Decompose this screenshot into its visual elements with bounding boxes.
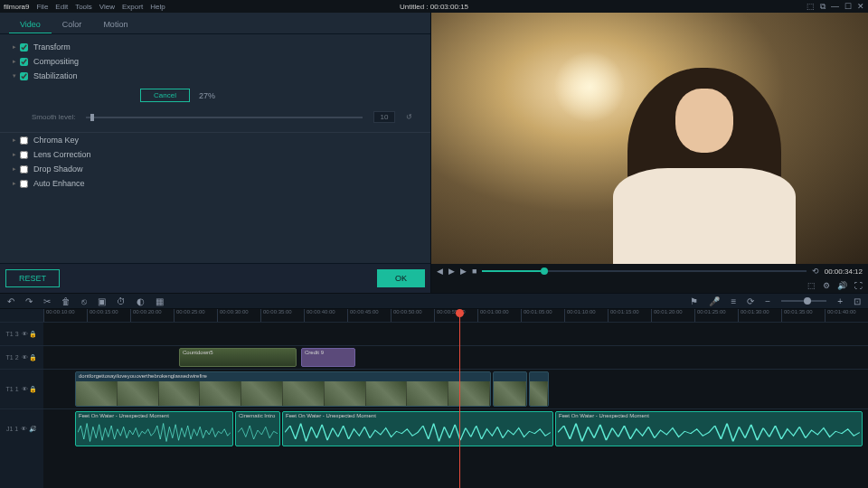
app-logo: filmora9 [4,3,29,11]
green-screen-icon[interactable]: ▦ [156,296,164,306]
prop-chroma-key[interactable]: ▸Chroma Key [0,133,430,147]
stabilization-label: Stabilization [33,71,78,80]
clip-audio-3[interactable]: Feet On Water - Unexpected Moment [282,411,553,446]
minimize-icon[interactable]: — [831,2,839,12]
timeline: T1 3 👁 🔒 T1 2 👁 🔒 T1 1 👁 🔒 J1 1 👁 🔊 00:0… [0,309,868,488]
document-title: Untitled : 00:03:00:15 [400,3,468,11]
chroma-checkbox[interactable] [20,136,28,145]
clip-credit[interactable]: Credit 9 [301,348,355,367]
stabilization-progress: 27% [199,91,215,100]
prop-drop-shadow[interactable]: ▸Drop Shadow [0,162,430,176]
zoom-out-icon[interactable]: − [765,296,770,306]
redo-icon[interactable]: ↷ [25,296,33,306]
transform-checkbox[interactable] [20,43,28,52]
shadow-label: Drop Shadow [33,164,83,174]
snapshot-icon[interactable]: ⬚ [807,281,816,290]
track-head-t2[interactable]: T1 2 👁 🔒 [0,345,43,369]
cancel-button[interactable]: Cancel [140,89,190,102]
track-a1[interactable]: Feet On Water - Unexpected Moment Cinema… [43,408,868,448]
chroma-label: Chroma Key [33,136,79,145]
transform-label: Transform [33,42,71,52]
prop-compositing[interactable]: ▸Compositing [0,54,430,69]
track-head-a1[interactable]: J1 1 👁 🔊 [0,408,43,448]
smooth-label: Smooth level: [32,113,75,121]
cut-icon[interactable]: ✂ [43,296,51,306]
preview-panel: ◀ ▶ ▶ ■ ⟲ 00:00:34:12 ⬚ ⚙ 🔊 ⛶ [431,13,868,293]
properties-panel: Video Color Motion ▸Transform ▸Compositi… [0,13,431,293]
zoom-slider[interactable] [781,300,826,302]
restore-icon[interactable]: ⧉ [820,2,826,12]
menu-tools[interactable]: Tools [75,3,92,11]
tab-motion[interactable]: Motion [92,16,138,33]
track-head-t3[interactable]: T1 3 👁 🔒 [0,322,43,345]
clip-countdown[interactable]: Countdown5 [179,348,297,367]
lens-checkbox[interactable] [20,151,28,159]
clip-main-video[interactable]: dontforgettosayiloveyouoverthebrokenglas… [75,371,491,407]
smooth-reset-icon[interactable]: ↺ [406,113,412,121]
clip-video-2[interactable] [493,371,527,407]
stabilization-checkbox[interactable] [20,72,28,80]
mixer-icon[interactable]: ≡ [731,296,736,306]
reset-button[interactable]: RESET [5,269,60,287]
play-icon[interactable]: ▶ [448,267,455,276]
playhead[interactable] [459,309,460,488]
compositing-label: Compositing [33,57,79,66]
maximize-icon[interactable]: ☐ [844,2,852,12]
next-frame-icon[interactable]: ▶ [460,267,467,276]
tab-color[interactable]: Color [52,16,93,33]
color-icon[interactable]: ◐ [137,296,145,306]
stop-icon[interactable]: ■ [472,267,476,276]
track-head-t1[interactable]: T1 1 👁 🔒 [0,369,43,408]
track-t2[interactable]: Countdown5 Credit 9 [43,345,868,369]
progress-bar[interactable] [482,270,806,272]
clip-audio-2[interactable]: Cinematic Intro [235,411,280,446]
video-preview[interactable] [431,13,868,264]
delete-icon[interactable]: 🗑 [61,296,71,306]
shadow-checkbox[interactable] [20,165,28,174]
menu-help[interactable]: Help [150,3,165,11]
layout-icon[interactable]: ⬚ [807,2,815,12]
enhance-label: Auto Enhance [33,179,85,188]
menu-edit[interactable]: Edit [55,3,68,11]
split-icon[interactable]: ⎋ [81,296,87,306]
prop-auto-enhance[interactable]: ▸Auto Enhance [0,176,430,191]
clip-audio-1[interactable]: Feet On Water - Unexpected Moment [75,411,233,446]
menu-export[interactable]: Export [122,3,143,11]
render-icon[interactable]: ⟳ [747,296,754,306]
clip-video-3[interactable] [529,371,549,407]
prev-frame-icon[interactable]: ◀ [437,267,443,276]
timeline-toolbar: ↶ ↷ ✂ 🗑 ⎋ ▣ ⏱ ◐ ▦ ⚑ 🎤 ≡ ⟳ − + ⊡ [0,293,868,309]
track-t1[interactable]: dontforgettosayiloveyouoverthebrokenglas… [43,369,868,408]
preview-timecode: 00:00:34:12 [825,267,863,276]
clip-audio-4[interactable]: Feet On Water - Unexpected Moment [555,411,863,446]
enhance-checkbox[interactable] [20,180,28,188]
menu-view[interactable]: View [99,3,115,11]
speed-icon[interactable]: ⏱ [117,296,126,306]
prop-transform[interactable]: ▸Transform [0,40,430,54]
volume-icon[interactable]: 🔊 [837,281,847,290]
smooth-value[interactable]: 10 [373,111,395,123]
smooth-slider[interactable] [86,117,363,118]
zoom-in-icon[interactable]: + [837,296,843,306]
marker-icon[interactable]: ⚑ [690,296,698,306]
tab-video[interactable]: Video [9,16,52,33]
track-t3[interactable] [43,322,868,345]
prop-lens-correction[interactable]: ▸Lens Correction [0,147,430,162]
menu-file[interactable]: File [36,3,48,11]
quality-icon[interactable]: ⚙ [823,281,830,290]
menubar: filmora9 File Edit Tools View Export Hel… [0,0,868,13]
loop-icon[interactable]: ⟲ [812,267,819,276]
close-icon[interactable]: ✕ [857,2,864,12]
mic-icon[interactable]: 🎤 [709,296,720,306]
lens-label: Lens Correction [33,150,91,159]
compositing-checkbox[interactable] [20,58,28,66]
undo-icon[interactable]: ↶ [7,296,14,306]
crop-icon[interactable]: ▣ [98,296,106,306]
ok-button[interactable]: OK [377,269,425,287]
zoom-fit-icon[interactable]: ⊡ [854,296,861,306]
fullscreen-icon[interactable]: ⛶ [854,281,863,290]
prop-stabilization[interactable]: ▾Stabilization [0,69,430,83]
